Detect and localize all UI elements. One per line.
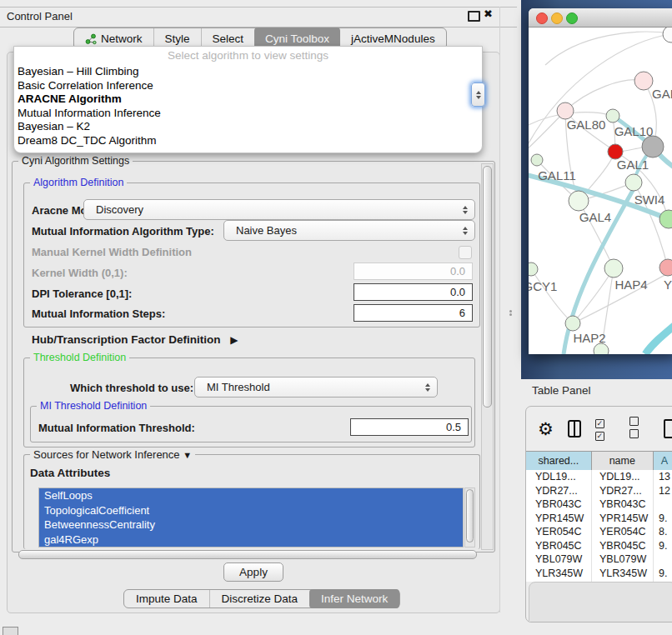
list-scrollbar-thumb[interactable]: [466, 489, 474, 542]
list-item-selected[interactable]: BetweennessCentrality: [39, 518, 463, 532]
table-row[interactable]: YDR27...YDR27...12: [526, 484, 672, 498]
stepper-down-icon: [476, 96, 481, 99]
combo-stepper-icon: [463, 227, 468, 235]
node-gal11[interactable]: [531, 154, 543, 166]
which-threshold-label: Which threshold to use:: [70, 382, 193, 394]
apply-button[interactable]: Apply: [223, 562, 283, 582]
minimize-traffic-light[interactable]: [551, 12, 563, 24]
mi-type-combo[interactable]: Naive Bayes: [223, 220, 475, 241]
table-panel-title: Table Panel: [532, 384, 591, 397]
tab-jactivemnodules-label: jActiveMNodules: [351, 32, 435, 45]
columns-icon[interactable]: [568, 420, 581, 438]
manual-kernel-label: Manual Kernel Width Definition: [32, 246, 192, 258]
which-threshold-combo[interactable]: MI Threshold: [194, 377, 438, 398]
manual-kernel-checkbox[interactable]: [459, 246, 472, 259]
export-table-icon[interactable]: [664, 419, 672, 438]
node-gal80[interactable]: [557, 102, 574, 119]
network-icon: [85, 33, 97, 45]
dropdown-item[interactable]: Bayesian – K2: [14, 120, 482, 134]
dropdown-item-highlighted[interactable]: ARACNE Algorithm: [14, 92, 482, 107]
mi-steps-field[interactable]: 6: [354, 304, 473, 322]
list-item-selected[interactable]: SelfLoops: [39, 488, 463, 503]
node-label: GAL10: [614, 124, 654, 138]
settings-scrollbar-thumb[interactable]: [483, 166, 492, 408]
cyni-settings-title: Cyni Algorithm Settings: [18, 155, 133, 167]
tab-infer-network[interactable]: Infer Network: [309, 589, 399, 608]
hub-definition-label: Hub/Transcription Factor Definition: [32, 333, 221, 346]
sources-title[interactable]: Sources for Network Inference ▼: [30, 448, 195, 461]
node-swi4[interactable]: [659, 210, 672, 228]
table-row[interactable]: YLR345WYLR345W9.: [526, 567, 672, 581]
node-pink[interactable]: [659, 259, 672, 276]
list-item-selected[interactable]: gal4RGexp: [39, 532, 463, 548]
column-header-name[interactable]: name: [592, 452, 654, 470]
mi-type-value: Naive Bayes: [224, 224, 463, 237]
list-item-selected[interactable]: TopologicalCoefficient: [39, 503, 463, 518]
table-row[interactable]: YPR145WYPR145W9.: [526, 512, 672, 526]
tab-infer-network-label: Infer Network: [321, 592, 388, 605]
node-label: GCY1: [529, 279, 557, 293]
tab-impute-data[interactable]: Impute Data: [124, 590, 209, 608]
node-gcy1[interactable]: [529, 262, 538, 276]
dropdown-item[interactable]: Dream8 DC_TDC Algorithm: [14, 134, 482, 148]
collapsed-panel-icon[interactable]: [3, 627, 18, 635]
hub-definition-expander[interactable]: Hub/Transcription Factor Definition ▶: [32, 333, 238, 346]
close-traffic-light[interactable]: [536, 12, 548, 24]
mi-steps-label: Mutual Information Steps:: [32, 308, 165, 320]
node-hap2[interactable]: [565, 316, 580, 331]
algorithm-combo-placeholder[interactable]: Select algorithm to view settings: [14, 47, 482, 65]
column-header-partial[interactable]: A: [654, 452, 672, 470]
algorithm-definition-title: Algorithm Definition: [30, 177, 127, 188]
combo-stepper-icon: [463, 206, 468, 214]
dropdown-item[interactable]: Basic Correlation Inference: [14, 79, 482, 93]
node-label: HAP2: [573, 331, 605, 345]
splitpane-grip[interactable]: [508, 309, 513, 317]
node-partial[interactable]: [663, 28, 672, 42]
control-panel-titlebar: [0, 7, 517, 28]
table-body: YDL19...YDL19...13 YDR27...YDR27...12 YB…: [526, 470, 672, 582]
table-row[interactable]: YBR043CYBR043C: [526, 498, 672, 512]
which-threshold-value: MI Threshold: [195, 381, 425, 393]
zoom-traffic-light[interactable]: [566, 12, 578, 24]
data-attributes-label: Data Attributes: [30, 467, 110, 479]
float-panel-icon[interactable]: [468, 11, 480, 22]
close-panel-icon[interactable]: ✖: [484, 8, 493, 20]
gear-icon[interactable]: ⚙: [538, 420, 554, 438]
node-gray[interactable]: [642, 136, 664, 158]
table-row[interactable]: YBL079WYBL079W: [526, 552, 672, 567]
table-row[interactable]: YBR045CYBR045C9.: [526, 539, 672, 553]
horizontal-scrollbar-thumb[interactable]: [18, 550, 477, 559]
dropdown-item[interactable]: Mutual Information Inference: [14, 107, 482, 121]
dpi-tolerance-field[interactable]: 0.0: [354, 283, 473, 301]
node-gal10[interactable]: [606, 109, 619, 122]
node-gal1[interactable]: [625, 174, 642, 191]
show-columns-icon[interactable]: ✓✓: [595, 416, 615, 441]
table-toolbar: ⚙ ✓✓: [526, 407, 672, 450]
node-label: HAP4: [614, 278, 647, 292]
node-label: GAL: [652, 87, 672, 101]
table-footer-scroll-area[interactable]: [529, 582, 672, 622]
table-row[interactable]: YDL19...YDL19...13: [526, 470, 672, 484]
aracne-mode-combo[interactable]: Discovery: [83, 199, 475, 220]
mi-threshold-field[interactable]: 0.5: [350, 418, 469, 436]
dropdown-item[interactable]: Bayesian – Hill Climbing: [14, 65, 482, 79]
tab-discretize-data[interactable]: Discretize Data: [209, 590, 310, 608]
network-canvas[interactable]: GAL GAL80 GAL10 GAL1 GAL11 SWI4 GAL4 GCY…: [529, 28, 672, 354]
sources-title-text: Sources for Network Inference: [33, 448, 180, 461]
mi-threshold-title: MI Threshold Definition: [37, 400, 150, 412]
screenshot-root: Control Panel ✖ Network Style Select Cyn…: [0, 0, 672, 635]
dpi-tolerance-label: DPI Tolerance [0,1]:: [32, 288, 132, 300]
kernel-width-field[interactable]: 0.0: [354, 262, 473, 280]
network-graph: GAL GAL80 GAL10 GAL1 GAL11 SWI4 GAL4 GCY…: [529, 28, 672, 354]
table-panel: ⚙ ✓✓ shared... name A YDL19...YDL19...13…: [525, 406, 672, 622]
hide-columns-icon[interactable]: [629, 416, 649, 441]
table-row[interactable]: YER054CYER054C8.: [526, 525, 672, 539]
column-header-shared-name[interactable]: shared...: [526, 452, 592, 470]
algorithm-combo-stepper[interactable]: [471, 82, 485, 107]
node-label: GAL11: [538, 168, 576, 182]
network-nodes[interactable]: [529, 28, 672, 354]
network-window-titlebar[interactable]: [529, 8, 672, 28]
node-hap4[interactable]: [604, 259, 623, 278]
node-gal2[interactable]: [634, 72, 653, 90]
node-gal4[interactable]: [569, 191, 589, 211]
